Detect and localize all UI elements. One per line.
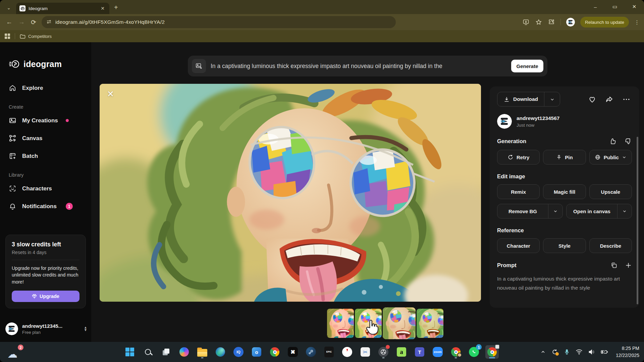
retry-button[interactable]: Retry xyxy=(497,150,540,165)
taskbar-clock[interactable]: 8:25 PM 12/22/2025 xyxy=(616,345,639,359)
obs-icon[interactable] xyxy=(377,345,390,359)
thumbs-up-icon[interactable] xyxy=(609,137,617,145)
extensions-icon[interactable] xyxy=(548,18,555,26)
bookmark-folder[interactable]: Competitors xyxy=(20,34,52,39)
add-image-icon[interactable] xyxy=(192,59,206,73)
page-content: ideogram ExploreCreateMy CreationsCanvas… xyxy=(0,42,644,342)
maximize-button[interactable]: ▭ xyxy=(605,0,625,13)
gem-icon xyxy=(32,294,37,299)
open-in-canvas-button[interactable]: Open in canvas xyxy=(566,204,632,219)
chevron-down-icon[interactable] xyxy=(618,204,632,218)
remix-button[interactable]: Remix xyxy=(497,184,540,199)
tab-search-button[interactable]: ⌄ xyxy=(3,3,14,13)
site-settings-icon[interactable] xyxy=(46,19,52,25)
snipping-tool-icon[interactable]: ✂ xyxy=(359,345,372,359)
iq-app-icon[interactable]: IQ xyxy=(232,345,245,359)
steam-icon[interactable] xyxy=(304,345,318,359)
vodafone-icon[interactable]: ’ xyxy=(340,345,354,359)
chevron-down-icon[interactable] xyxy=(548,204,562,218)
zoom-icon[interactable]: zoom xyxy=(431,345,444,359)
public-button[interactable]: Public xyxy=(589,150,632,165)
back-icon[interactable]: ← xyxy=(6,18,12,26)
style-button[interactable]: Style xyxy=(543,238,586,253)
prompt-input[interactable]: In a captivating luminous thick expressi… xyxy=(211,63,506,70)
share-icon[interactable] xyxy=(605,95,613,104)
wifi-icon[interactable] xyxy=(576,349,583,355)
sidebar-item-my-creations[interactable]: My Creations xyxy=(0,112,91,129)
thumbnail-4[interactable] xyxy=(417,309,443,338)
thumbnail-1[interactable] xyxy=(327,309,354,338)
chrome-icon[interactable] xyxy=(268,345,281,359)
author-row[interactable]: andrewyt1234567 Just now xyxy=(497,114,632,129)
thumbs-down-icon[interactable] xyxy=(624,137,632,145)
button-label: Character xyxy=(507,243,530,249)
copilot-icon[interactable] xyxy=(177,345,191,359)
describe-button[interactable]: Describe xyxy=(589,238,632,253)
sidebar-item-notifications[interactable]: Notifications1 xyxy=(0,197,91,215)
sidebar-item-characters[interactable]: Characters xyxy=(0,180,91,197)
close-button[interactable]: ✕ xyxy=(625,0,644,13)
weather-widget[interactable]: ☁ 2 xyxy=(7,345,23,359)
download-button[interactable]: Download xyxy=(497,92,560,107)
file-explorer-icon[interactable] xyxy=(196,345,209,359)
browser-menu-icon[interactable]: ⋮ xyxy=(634,19,640,25)
sidebar-user[interactable]: andrewyt12345... Free plan ▲▼ xyxy=(5,322,87,335)
thumbnail-3-selected[interactable] xyxy=(383,307,416,339)
download-icon xyxy=(503,96,510,103)
teams-icon[interactable]: T xyxy=(413,345,426,359)
outlook-icon[interactable]: o xyxy=(250,345,263,359)
start-icon[interactable] xyxy=(123,345,137,359)
upgrade-button[interactable]: Upgrade xyxy=(12,291,79,302)
edge-icon[interactable] xyxy=(214,345,227,359)
sync-icon[interactable] xyxy=(551,349,558,355)
install-icon[interactable] xyxy=(522,18,530,26)
ideogram-logo[interactable]: ideogram xyxy=(0,42,91,69)
tray-expand-icon[interactable] xyxy=(540,349,546,355)
browser-tab[interactable]: Ideogram ✕ xyxy=(16,3,109,14)
chevron-updown-icon[interactable]: ▲▼ xyxy=(84,326,87,331)
sidebar-item-label: Batch xyxy=(22,153,38,160)
close-viewer-icon[interactable]: ✕ xyxy=(107,89,114,99)
forward-icon[interactable]: → xyxy=(18,18,25,26)
new-tab-button[interactable]: + xyxy=(114,4,118,11)
whatsapp-icon[interactable]: 1 xyxy=(467,345,481,359)
a-app-icon[interactable]: a xyxy=(395,345,408,359)
like-heart-icon[interactable] xyxy=(588,95,596,104)
microphone-icon[interactable] xyxy=(564,349,570,355)
search-icon[interactable] xyxy=(141,345,155,359)
add-icon[interactable] xyxy=(625,262,632,269)
image-icon xyxy=(9,117,16,124)
volume-icon[interactable] xyxy=(588,349,595,355)
task-view-icon[interactable] xyxy=(159,345,173,359)
chrome-active-icon[interactable] xyxy=(485,345,499,359)
url-bar[interactable]: ideogram.ai/g/0tHF5XGmSm-4xoYHqBHrYA/2 xyxy=(42,16,396,28)
minimize-button[interactable]: – xyxy=(586,0,605,13)
capcut-icon[interactable]: ✖ xyxy=(286,345,300,359)
bookmark-star-icon[interactable] xyxy=(535,18,542,26)
chrome-profile-icon[interactable] xyxy=(449,345,463,359)
panel-scrollbar[interactable] xyxy=(637,137,638,304)
apps-grid-icon[interactable] xyxy=(5,34,10,39)
character-button[interactable]: Character xyxy=(497,238,540,253)
upscale-button[interactable]: Upscale xyxy=(589,184,632,199)
browser-profile-avatar[interactable] xyxy=(566,18,575,26)
more-options-icon[interactable] xyxy=(622,95,631,104)
sidebar-item-explore[interactable]: Explore xyxy=(0,79,91,97)
relaunch-button[interactable]: Relaunch to update xyxy=(580,17,629,27)
battery-icon[interactable] xyxy=(601,349,608,355)
running-indicator xyxy=(201,357,204,358)
prompt-bar[interactable]: In a captivating luminous thick expressi… xyxy=(188,56,547,76)
epic-games-icon[interactable]: EPIC xyxy=(322,345,336,359)
magic-fill-button[interactable]: Magic fill xyxy=(543,184,586,199)
sidebar-item-batch[interactable]: Batch xyxy=(0,147,91,165)
pin-button[interactable]: Pin xyxy=(543,150,586,165)
copy-icon[interactable] xyxy=(610,262,618,269)
bell-icon xyxy=(9,202,16,210)
sidebar-item-canvas[interactable]: Canvas xyxy=(0,129,91,147)
reload-icon[interactable]: ⟳ xyxy=(31,18,36,26)
remove-bg-button[interactable]: Remove BG xyxy=(497,204,563,219)
tab-close-icon[interactable]: ✕ xyxy=(99,5,106,12)
generate-button[interactable]: Generate xyxy=(511,60,543,72)
button-label: Public xyxy=(604,155,619,160)
download-options-chevron[interactable] xyxy=(544,92,560,106)
